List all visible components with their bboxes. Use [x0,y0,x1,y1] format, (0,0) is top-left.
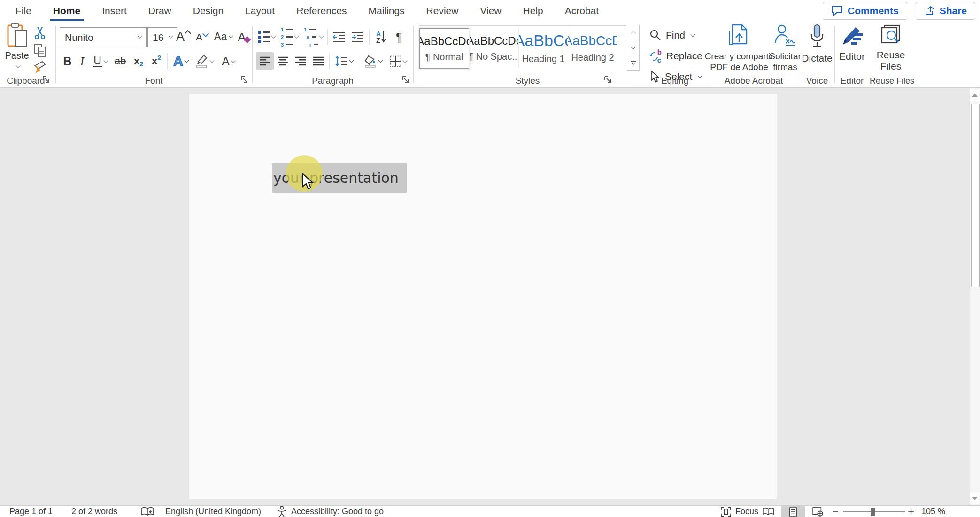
zoom-in-button[interactable]: + [908,506,914,517]
borders-button[interactable] [386,52,411,70]
font-dialog-launcher[interactable] [240,76,249,84]
bold-button[interactable]: B [60,52,75,70]
reuse-files-icon [880,24,902,46]
format-painter-button[interactable] [31,59,49,76]
zoom-level[interactable]: 105 % [921,506,945,517]
line-spacing-chevron-icon [349,58,354,63]
web-layout-button[interactable] [806,506,830,517]
change-case-button[interactable]: Aa [212,27,234,47]
shrink-font-button[interactable]: A [193,27,211,47]
editor-group-label: Editor [834,76,870,86]
tab-home[interactable]: Home [42,0,91,21]
comments-button[interactable]: Comments [823,2,907,20]
styles-scroll-down-button[interactable] [627,40,640,55]
cut-button[interactable] [31,25,49,41]
multilevel-list-button[interactable]: 1 a i [301,28,325,46]
strikethrough-button[interactable]: ab [111,52,130,70]
styles-scroll-up-button[interactable] [627,25,640,40]
align-right-button[interactable] [292,52,309,70]
scrollbar-thumb[interactable] [971,104,980,287]
styles-dialog-launcher[interactable] [604,76,612,84]
create-share-pdf-button[interactable]: Crear y compartir PDF de Adobe [708,24,771,72]
tab-mailings[interactable]: Mailings [358,0,416,21]
web-layout-icon [812,507,824,517]
font-color-button[interactable]: A [216,52,240,70]
increase-indent-icon [352,32,364,42]
tab-layout[interactable]: Layout [234,0,286,21]
home-ribbon: Paste Clipboard [0,21,980,88]
tab-insert[interactable]: Insert [91,0,138,21]
align-left-button[interactable] [256,52,274,70]
proofing-status[interactable] [141,506,154,517]
sort-arrow-icon [381,31,386,44]
style-no-spacing[interactable]: AaBbCcDc ¶ No Spac... [469,28,518,68]
paragraph-dialog-launcher[interactable] [401,76,410,84]
accessibility-status[interactable]: Accessibility: Good to go [291,506,384,517]
accessibility-icon-wrap[interactable] [276,506,287,517]
highlight-button[interactable] [192,52,216,70]
grow-font-button[interactable]: A [174,27,193,47]
language-indicator[interactable]: English (United Kingdom) [165,506,261,517]
line-spacing-button[interactable] [332,52,356,70]
numbering-button[interactable]: 1 2 3 [278,28,301,46]
tab-view[interactable]: View [469,0,512,21]
zoom-out-button[interactable]: − [832,506,839,517]
decrease-indent-button[interactable] [330,28,348,46]
font-color-chevron-icon [231,58,235,63]
word-count[interactable]: 2 of 2 words [71,506,117,517]
style-heading2[interactable]: AaBbCcD Heading 2 [568,28,617,68]
paste-clipboard-icon [6,22,28,49]
paste-dropdown-chevron-icon[interactable] [15,63,20,68]
styles-gallery-expand-button[interactable] [627,55,640,70]
scroll-up-button[interactable] [970,89,980,101]
decrease-indent-icon [333,32,345,42]
read-mode-button[interactable] [756,506,780,517]
focus-button[interactable]: Focus [720,506,758,517]
justify-button[interactable] [309,52,327,70]
reuse-files-button[interactable]: Reuse Files [870,24,912,72]
grow-font-caret-icon [185,30,191,36]
tab-review[interactable]: Review [416,0,470,21]
zoom-slider-handle[interactable] [871,508,875,516]
document-page[interactable]: your presentation [189,94,777,499]
tab-acrobat[interactable]: Acrobat [554,0,610,21]
style-heading1[interactable]: AaBbCc Heading 1 [518,28,568,68]
underline-button[interactable]: U [89,52,111,70]
search-icon [649,29,662,41]
superscript-button[interactable]: x2 [147,52,165,70]
dictate-button[interactable]: Dictate [800,24,834,64]
sort-button[interactable]: A Z [371,28,391,46]
shading-button[interactable] [360,52,386,70]
share-button[interactable]: Share [916,2,975,20]
font-name-combobox[interactable]: Nunito [60,27,147,47]
show-formatting-button[interactable]: ¶ [391,28,407,46]
tab-file[interactable]: File [5,0,42,21]
find-chevron-icon [690,32,695,37]
bullets-button[interactable] [256,28,278,46]
page-indicator[interactable]: Page 1 of 1 [9,506,53,517]
find-button[interactable]: Find [649,28,694,43]
increase-indent-button[interactable] [348,28,367,46]
reuse-group-label: Reuse Files [870,76,912,86]
text-effects-button[interactable]: A [170,52,192,70]
editor-button[interactable]: Editor [834,24,870,62]
align-center-button[interactable] [274,52,292,70]
clear-formatting-button[interactable]: A [235,27,252,47]
paste-button[interactable]: Paste [4,22,30,69]
replace-button[interactable]: b c Replace [649,48,702,63]
print-layout-button[interactable] [781,506,805,517]
italic-button[interactable]: I [75,52,89,70]
vertical-scrollbar[interactable] [970,88,980,505]
tab-references[interactable]: References [286,0,357,21]
style-normal[interactable]: AaBbCcDc ¶ Normal [419,28,469,69]
clipboard-dialog-launcher[interactable] [42,76,51,84]
tab-draw[interactable]: Draw [138,0,182,21]
scroll-down-button[interactable] [970,492,980,504]
copy-button[interactable] [31,42,49,58]
tab-design[interactable]: Design [182,0,234,21]
tab-help[interactable]: Help [512,0,554,21]
subscript-button[interactable]: x2 [130,52,147,70]
request-signatures-button[interactable]: Solicitar firmas [771,24,800,72]
zoom-slider[interactable] [843,511,905,512]
font-size-combobox[interactable]: 16 [147,27,177,47]
